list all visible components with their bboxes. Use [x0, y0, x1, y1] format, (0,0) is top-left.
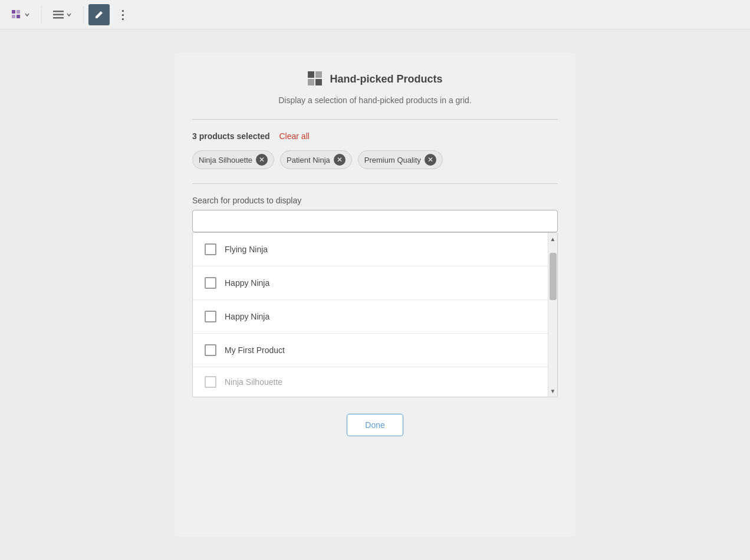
selected-count: 3 products selected	[192, 131, 270, 141]
tag-label: Premium Quality	[364, 156, 421, 164]
grid-view-button[interactable]	[5, 5, 37, 24]
checkbox-flying-ninja[interactable]	[205, 243, 216, 255]
search-input[interactable]	[192, 210, 558, 232]
scrollbar-track: ▲ ▼	[548, 233, 557, 397]
panel-title: Hand-picked Products	[330, 73, 442, 85]
svg-rect-0	[12, 10, 15, 14]
panel-subtitle: Display a selection of hand-picked produ…	[192, 95, 558, 105]
tag-label: Patient Ninja	[287, 156, 330, 164]
divider-top	[192, 119, 558, 120]
panel-header: Hand-picked Products	[192, 71, 558, 87]
checkbox-happy-ninja-2[interactable]	[205, 311, 216, 322]
product-name: My First Product	[225, 345, 285, 355]
done-row: Done	[192, 414, 558, 436]
svg-rect-1	[17, 10, 20, 14]
remove-tag-ninja-silhouette[interactable]: ✕	[256, 154, 268, 166]
scrollbar-up-button[interactable]: ▲	[548, 233, 557, 245]
svg-rect-3	[17, 15, 20, 18]
svg-rect-10	[315, 79, 322, 85]
product-name: Happy Ninja	[225, 278, 269, 288]
edit-button[interactable]	[88, 4, 110, 25]
svg-rect-5	[53, 14, 64, 15]
tag-label: Ninja Silhouette	[199, 156, 252, 164]
divider-1	[41, 6, 42, 24]
list-item[interactable]: My First Product	[193, 334, 548, 367]
list-item[interactable]: Flying Ninja	[193, 233, 548, 266]
svg-rect-2	[12, 15, 15, 18]
svg-rect-8	[315, 71, 322, 78]
remove-tag-patient-ninja[interactable]: ✕	[334, 154, 346, 166]
toolbar: ⋮	[0, 0, 750, 29]
done-button[interactable]: Done	[347, 414, 403, 436]
product-list: Flying Ninja Happy Ninja Happy Ninja My …	[193, 233, 548, 397]
svg-rect-6	[53, 17, 64, 19]
svg-rect-9	[308, 79, 314, 85]
svg-rect-4	[53, 11, 64, 12]
divider-middle	[192, 183, 558, 184]
checkbox-happy-ninja-1[interactable]	[205, 277, 216, 289]
more-options-button[interactable]: ⋮	[112, 4, 133, 25]
checkbox-my-first-product[interactable]	[205, 344, 216, 356]
tags-row: Ninja Silhouette ✕ Patient Ninja ✕ Premi…	[192, 150, 558, 169]
chevron-down-icon-2	[66, 12, 72, 18]
scrollbar-down-button[interactable]: ▼	[548, 385, 557, 397]
selected-info: 3 products selected Clear all	[192, 131, 558, 141]
product-name: Ninja Silhouette	[225, 377, 282, 387]
panel: Hand-picked Products Display a selection…	[175, 53, 575, 536]
scrollbar-thumb-area	[548, 245, 557, 385]
product-name: Happy Ninja	[225, 312, 269, 321]
scrollbar-thumb	[550, 253, 557, 300]
list-item[interactable]: Ninja Silhouette	[193, 367, 548, 397]
product-list-container: Flying Ninja Happy Ninja Happy Ninja My …	[192, 232, 558, 397]
list-item[interactable]: Happy Ninja	[193, 266, 548, 300]
tag-premium-quality: Premium Quality ✕	[358, 150, 443, 169]
divider-2	[83, 6, 84, 24]
svg-rect-7	[308, 71, 314, 78]
chevron-down-icon	[24, 12, 30, 18]
hand-picked-products-icon	[307, 71, 324, 87]
clear-all-button[interactable]: Clear all	[279, 131, 310, 141]
main-content: Hand-picked Products Display a selection…	[0, 29, 750, 560]
checkbox-ninja-silhouette[interactable]	[205, 376, 216, 388]
tag-ninja-silhouette: Ninja Silhouette ✕	[192, 150, 274, 169]
remove-tag-premium-quality[interactable]: ✕	[425, 154, 436, 166]
search-label: Search for products to display	[192, 196, 558, 205]
list-item[interactable]: Happy Ninja	[193, 300, 548, 334]
more-options-icon: ⋮	[117, 8, 129, 22]
product-name: Flying Ninja	[225, 245, 268, 254]
layout-button[interactable]	[47, 6, 78, 23]
tag-patient-ninja: Patient Ninja ✕	[280, 150, 352, 169]
